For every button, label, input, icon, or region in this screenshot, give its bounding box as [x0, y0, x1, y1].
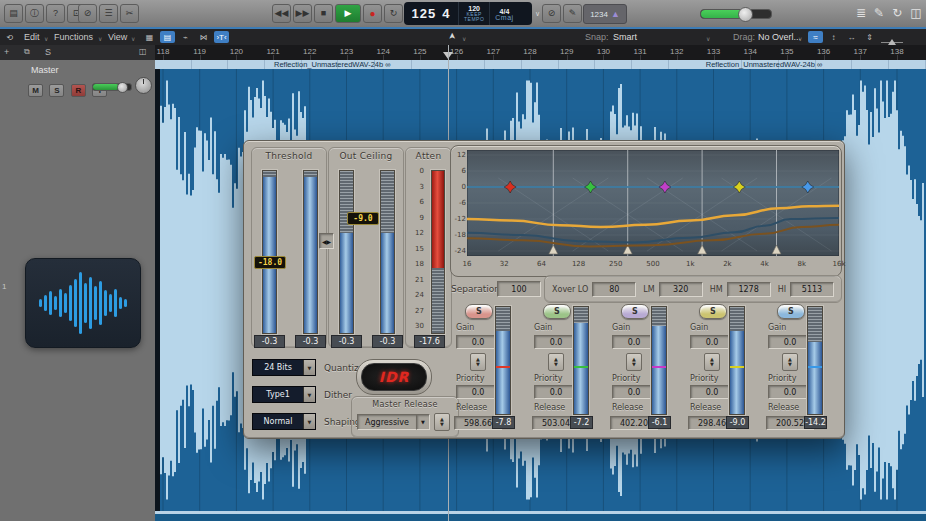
drag-value[interactable]: No Overl... — [758, 32, 801, 42]
track-name[interactable]: Master — [31, 65, 59, 75]
smart-controls-icon[interactable]: ⊘ — [78, 4, 97, 23]
band-solo-button[interactable]: S — [465, 304, 493, 319]
vertical-fit-icon[interactable]: ⇕ — [862, 31, 877, 43]
editors-icon[interactable]: ✂ — [120, 4, 139, 23]
solo-button[interactable]: S — [49, 84, 64, 97]
chevron-down-icon[interactable]: ∨ — [798, 35, 802, 42]
gain-stepper[interactable]: ▲▼ — [626, 353, 642, 371]
track-volume-slider[interactable] — [92, 83, 132, 91]
mixer-icon[interactable]: ☰ — [99, 4, 118, 23]
band-priority-tick[interactable] — [496, 366, 510, 368]
key-signature[interactable]: Cmaj — [495, 15, 513, 20]
threshold-readout[interactable]: -0.3 — [295, 335, 326, 348]
pencil-icon[interactable]: ✎ — [563, 4, 582, 23]
gain-stepper[interactable]: ▲▼ — [782, 353, 798, 371]
band-priority-tick[interactable] — [652, 366, 666, 368]
vertical-zoom-slider[interactable] — [881, 42, 903, 43]
band-priority-tick[interactable] — [574, 366, 588, 368]
menu-functions[interactable]: Functions — [54, 32, 93, 42]
list-editors-icon[interactable]: ≣ — [856, 6, 866, 20]
crossfade-icon[interactable]: ⋈ — [196, 31, 211, 43]
band-priority-tick[interactable] — [808, 366, 822, 368]
horizontal-fit-icon[interactable]: ↔ — [844, 31, 859, 43]
band-solo-button[interactable]: S — [621, 304, 649, 319]
dropdown-arrow-icon[interactable]: ▼ — [303, 387, 315, 402]
position-bar[interactable]: 125 — [412, 8, 437, 20]
quantize-value[interactable]: 24 Bits — [253, 363, 303, 372]
shaping-value[interactable]: Normal — [253, 417, 303, 426]
band-solo-button[interactable]: S — [543, 304, 571, 319]
xover-value[interactable]: 80 — [592, 282, 636, 297]
lcd-tempo[interactable]: 120 KEEP TEMPO — [459, 2, 490, 25]
record-enable-button[interactable]: R — [71, 84, 86, 97]
stop-button[interactable]: ■ — [314, 4, 333, 23]
chevron-down-icon[interactable]: ∨ — [706, 35, 710, 42]
metronome-icon[interactable]: ▲ — [611, 9, 620, 19]
cycle-button[interactable]: ↻ — [384, 4, 403, 23]
out-ceiling-value-tag[interactable]: -9.0 — [347, 212, 379, 225]
gain-stepper[interactable]: ▲▼ — [548, 353, 564, 371]
dropdown-arrow-icon[interactable]: ▼ — [303, 360, 315, 375]
out-ceiling-readout[interactable]: -0.3 — [372, 335, 403, 348]
flex-icon[interactable]: ›T‹ — [214, 31, 229, 43]
track-icon[interactable] — [25, 258, 141, 348]
dither-value[interactable]: Type1 — [253, 390, 303, 399]
track-volume-thumb[interactable] — [117, 82, 128, 93]
automation-icon[interactable]: ⌁ — [178, 31, 193, 43]
xover-value[interactable]: 320 — [659, 282, 703, 297]
link-button[interactable]: ◀▶ — [319, 233, 334, 249]
plugin-window-l3-multimaximizer[interactable]: Threshold -18.0 -0.3 -0.3 ◀▶ Out Ceiling… — [243, 140, 845, 439]
menu-edit[interactable]: Edit — [24, 32, 40, 42]
lcd-display[interactable]: 125 4 120 KEEP TEMPO 4/4 Cmaj — [404, 2, 532, 25]
chevron-down-icon[interactable]: ∨ — [462, 35, 466, 42]
bar-ruler[interactable]: 1181191201211221231241251261271281291301… — [155, 45, 926, 60]
gain-stepper[interactable]: ▲▼ — [704, 353, 720, 371]
pan-knob[interactable] — [135, 77, 152, 94]
gain-stepper[interactable]: ▲▼ — [470, 353, 486, 371]
apple-loops-icon[interactable]: ↻ — [892, 6, 902, 20]
xover-value[interactable]: 5113 — [790, 282, 834, 297]
shaping-select[interactable]: Normal▼ — [252, 413, 316, 430]
out-ceiling-readout[interactable]: -0.3 — [331, 335, 362, 348]
play-button[interactable]: ▶ — [335, 4, 361, 23]
mute-button[interactable]: M — [28, 84, 43, 97]
multiband-graph[interactable]: 1260-6-12-18-241632641282505001k2k4k8k16… — [450, 145, 842, 277]
tuner-icon[interactable]: ⊘ — [542, 4, 561, 23]
dither-select[interactable]: Type1▼ — [252, 386, 316, 403]
graph-plot[interactable] — [467, 150, 839, 256]
count-in-button[interactable]: 1234 ▲ — [583, 4, 627, 24]
waveform-zoom-icon[interactable]: ≈ — [808, 31, 823, 43]
xover-value[interactable]: 1278 — [727, 282, 771, 297]
quick-help-icon[interactable]: ? — [46, 4, 65, 23]
threshold-readout[interactable]: -0.3 — [254, 335, 285, 348]
forward-button[interactable]: ▶▶ — [293, 4, 312, 23]
record-button[interactable]: ● — [363, 4, 382, 23]
master-volume-slider[interactable] — [700, 9, 772, 19]
lcd-chevron-icon[interactable]: ∨ — [535, 10, 540, 18]
track-header[interactable]: Master M S R I 1 — [0, 60, 156, 521]
track-config-button[interactable]: ◫ — [139, 47, 147, 56]
volume-thumb[interactable] — [738, 7, 753, 22]
toolbar-toggle-icon[interactable]: ▤ — [4, 4, 23, 23]
grid-icon[interactable]: ▦ — [142, 31, 157, 43]
threshold-meter-left[interactable] — [262, 170, 277, 334]
snap-value[interactable]: Smart — [613, 32, 637, 42]
out-ceiling-meter-left[interactable] — [339, 170, 354, 334]
position-beat[interactable]: 4 — [442, 8, 450, 20]
pointer-tool-icon[interactable]: ➤ — [447, 32, 457, 40]
inspector-icon[interactable]: ⓘ — [25, 4, 44, 23]
dropdown-arrow-icon[interactable]: ▼ — [416, 414, 430, 430]
add-track-button[interactable]: + — [4, 47, 9, 57]
lcd-signature[interactable]: 4/4 Cmaj — [490, 2, 518, 25]
separation-value[interactable]: 100 — [497, 281, 541, 297]
lcd-position[interactable]: 125 4 — [404, 2, 459, 25]
master-release-value[interactable]: Aggressive — [357, 414, 417, 430]
threshold-meter-right[interactable] — [303, 170, 318, 334]
browsers-icon[interactable]: ◫ — [910, 6, 921, 20]
menu-view[interactable]: View — [108, 32, 127, 42]
dropdown-arrow-icon[interactable]: ▼ — [303, 414, 315, 429]
duplicate-track-button[interactable]: ⧉ — [24, 47, 30, 57]
band-solo-button[interactable]: S — [777, 304, 805, 319]
tool-icon[interactable]: ⟲ — [2, 31, 17, 43]
band-priority-tick[interactable] — [730, 366, 744, 368]
